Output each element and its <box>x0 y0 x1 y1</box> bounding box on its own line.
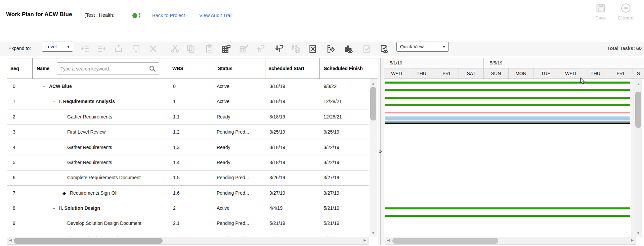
cut-icon[interactable] <box>170 44 180 54</box>
health-indicator-icon <box>132 13 137 18</box>
collapse-toggle[interactable]: − <box>52 94 55 109</box>
gantt-bar[interactable] <box>385 97 630 99</box>
wbs-cell: 1.4 <box>173 155 179 170</box>
gantt-horizontal-scrollbar[interactable]: ◀ ▶ <box>385 237 636 245</box>
day-label: SUN <box>484 68 509 79</box>
finish-cell: 3/22/19 <box>324 155 339 170</box>
name-cell: First Level Review <box>67 125 105 140</box>
search-icon[interactable] <box>149 65 156 72</box>
scroll-down-icon[interactable]: ▼ <box>635 231 642 235</box>
expand-level-select[interactable]: Level ▼ <box>42 42 73 52</box>
table-row[interactable]: 9 Develop Solution Design Document 2.1 P… <box>7 216 369 231</box>
gantt-bar[interactable] <box>385 89 630 91</box>
discard-button[interactable]: Discard <box>615 3 637 20</box>
add-row-above-icon[interactable] <box>114 44 124 54</box>
day-label: TUE <box>533 68 558 79</box>
gantt-bar[interactable] <box>385 122 630 124</box>
status-cell: Pending Pred... <box>217 125 249 140</box>
table-horizontal-scrollbar[interactable]: ◀ ▶ <box>7 237 369 245</box>
seq-cell: 4 <box>13 140 15 155</box>
status-cell: Pending Pred... <box>217 231 249 237</box>
scroll-right-icon[interactable]: ▶ <box>363 238 366 242</box>
table-row[interactable]: 4 Gather Requirements 1.3 Ready 3/18/19 … <box>7 140 369 155</box>
scroll-up-icon[interactable]: ▲ <box>370 82 377 85</box>
table-row[interactable]: 6 Complete Requirements Document 1.5 Pen… <box>7 170 369 186</box>
chart-view-icon[interactable] <box>343 44 353 54</box>
gantt-bar[interactable] <box>385 121 630 122</box>
scroll-left-icon[interactable]: ◀ <box>387 238 390 242</box>
gantt-bar[interactable] <box>385 116 630 120</box>
scrollbar-thumb[interactable] <box>392 238 498 244</box>
finish-cell: 5/21/19 <box>324 201 339 216</box>
gantt-bar[interactable] <box>385 215 630 217</box>
wbs-cell: 2.1 <box>173 216 179 231</box>
day-label: MON <box>509 68 533 79</box>
gantt-bar[interactable] <box>385 112 630 113</box>
collapse-toggle[interactable]: − <box>42 79 45 94</box>
finish-cell: 5/21/19 <box>324 216 339 231</box>
configure-grid-icon[interactable] <box>221 44 231 54</box>
col-header-wbs[interactable]: WBS <box>172 58 183 79</box>
paste-icon[interactable] <box>204 44 214 54</box>
wbs-cell: 1 <box>173 94 176 109</box>
col-header-scheduled-finish[interactable]: Scheduled Finish <box>324 58 363 79</box>
search-input[interactable] <box>57 66 149 71</box>
col-header-scheduled-start[interactable]: Scheduled Start <box>268 58 304 79</box>
table-row[interactable]: 7 ◆ Requirements Sign-Off 1.6 Pending Pr… <box>7 186 369 201</box>
doc-check-icon[interactable] <box>361 44 372 54</box>
doc-check-view-icon[interactable] <box>379 44 389 54</box>
finish-cell: 12/28/21 <box>324 94 342 109</box>
task-table-body: 0 − ACW Blue 0 Active 3/18/19 9/8/22 1 −… <box>7 79 369 237</box>
copy-icon[interactable] <box>186 44 196 54</box>
scroll-up-icon[interactable]: ▲ <box>635 82 642 86</box>
col-header-status[interactable]: Status <box>218 58 232 79</box>
table-vertical-scrollbar[interactable]: ▲ ▼ <box>370 79 377 237</box>
gantt-week-header: 5/1/19 5/5/19 <box>384 58 644 68</box>
move-down-project-icon[interactable] <box>274 44 284 54</box>
col-header-name[interactable]: Name <box>37 58 49 79</box>
finish-cell: 4/4/19 <box>324 231 337 237</box>
day-label: WED <box>558 68 583 79</box>
gantt-chart <box>384 79 631 237</box>
delete-icon[interactable] <box>148 44 158 54</box>
col-header-seq[interactable]: Seq <box>10 58 19 79</box>
scroll-right-icon[interactable]: ▶ <box>631 238 634 242</box>
gantt-bar[interactable] <box>385 104 630 106</box>
column-divider <box>32 58 33 79</box>
view-mode-select[interactable]: Quick View ▼ <box>396 42 449 52</box>
save-button[interactable]: Save <box>590 3 611 20</box>
start-cell: 3/18/19 <box>269 140 285 155</box>
indent-icon[interactable] <box>97 44 107 54</box>
table-row[interactable]: 3 First Level Review 1.2 Pending Pred...… <box>7 125 369 140</box>
expand-panel-button[interactable]: » <box>377 148 384 155</box>
collapse-toggle[interactable]: − <box>52 201 55 216</box>
scrollbar-thumb[interactable] <box>370 87 376 120</box>
table-row[interactable]: 2 Gather Requirements 1.1 Ready 3/18/19 … <box>7 109 369 125</box>
export-excel-icon[interactable] <box>308 44 318 54</box>
scrollbar-thumb[interactable] <box>14 238 163 244</box>
back-to-project-link[interactable]: Back to Project <box>152 13 185 18</box>
gantt-bar[interactable] <box>385 207 630 209</box>
table-row[interactable]: 8 − II. Solution Design 2 Active 4/4/19 … <box>7 201 369 216</box>
seq-cell: 2 <box>13 109 15 125</box>
table-row[interactable]: 10 First Level Solution Review 2.2 Pendi… <box>7 231 369 237</box>
grid-settings-icon[interactable] <box>326 44 336 54</box>
gantt-vertical-scrollbar[interactable]: ▲ ▼ <box>635 79 642 237</box>
scroll-left-icon[interactable]: ◀ <box>9 238 12 242</box>
table-row[interactable]: 5 Gather Requirements 1.4 Ready 3/18/19 … <box>7 155 369 170</box>
view-audit-trail-link[interactable]: View Audit Trail <box>199 13 232 18</box>
scrollbar-thumb[interactable] <box>635 92 641 128</box>
gantt-bar[interactable] <box>385 82 630 84</box>
move-up-project-icon[interactable] <box>255 44 265 54</box>
column-divider <box>319 58 320 79</box>
add-row-below-icon[interactable] <box>131 44 141 54</box>
scroll-down-icon[interactable]: ▼ <box>370 231 377 235</box>
seq-cell: 3 <box>13 125 15 140</box>
wbs-cell: 1.6 <box>173 186 179 201</box>
preview-globe-icon[interactable] <box>291 44 301 54</box>
outdent-icon[interactable] <box>80 44 90 54</box>
wbs-cell: 1.2 <box>173 125 179 140</box>
table-row[interactable]: 1 − I. Requirements Analysis 1 Active 3/… <box>7 94 369 109</box>
table-row[interactable]: 0 − ACW Blue 0 Active 3/18/19 9/8/22 <box>7 79 369 94</box>
grid-check-icon[interactable] <box>239 44 249 54</box>
